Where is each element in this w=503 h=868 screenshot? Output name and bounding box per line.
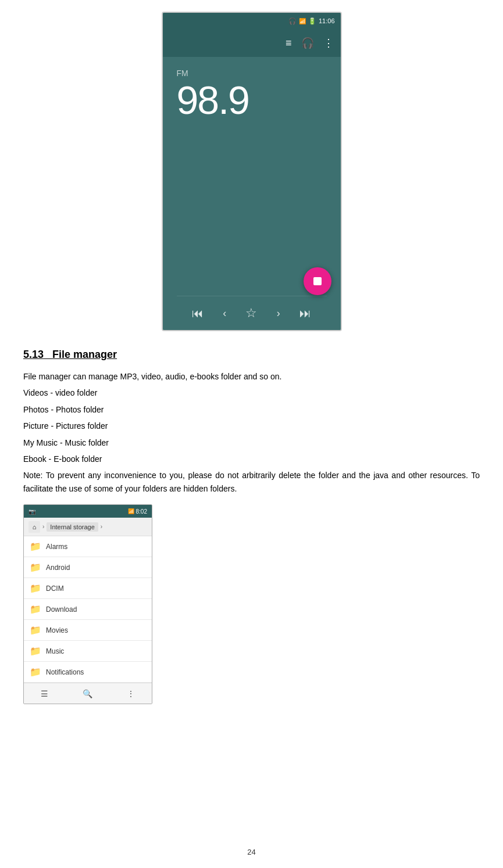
section-heading: 5.13 File manager [23,349,480,361]
folder-item-download[interactable]: 📁 Download [24,599,152,620]
fm-signal-icon: 📶 [128,508,134,514]
folder-name-android: Android [46,564,70,572]
fm-more-icon[interactable]: ⋮ [127,689,135,698]
fm-time: 8:02 [136,508,147,515]
fm-menu-icon[interactable]: ☰ [41,689,48,698]
fm-frequency: 98.9 [177,80,327,120]
item-videos: Videos - video folder [23,386,480,399]
more-icon[interactable]: ⋮ [323,37,334,49]
folder-name-movies: Movies [46,626,68,634]
folder-icon-android: 📁 [30,562,41,573]
phone-status-bar: 🎧 📶 🔋 11:06 [163,13,341,29]
folder-item-music[interactable]: 📁 Music [24,641,152,662]
section-title: File manager [52,349,117,360]
folder-item-alarms[interactable]: 📁 Alarms [24,536,152,557]
folder-name-dcim: DCIM [46,584,64,593]
phone-screen: 🎧 📶 🔋 11:06 ≡ 🎧 ⋮ FM 98.9 ⏮ ‹ [162,12,342,331]
folder-icon-alarms: 📁 [30,541,41,552]
next-track-icon[interactable]: ⏭ [299,307,311,320]
fm-status-bar: 📷 📶 8:02 [24,505,152,518]
breadcrumb-arrow: › [42,523,44,530]
signal-icon: 📶 [299,18,306,24]
fm-status-left: 📷 [28,508,35,515]
folder-item-movies[interactable]: 📁 Movies [24,620,152,641]
fm-screen: 📷 📶 8:02 ⌂ › Internal storage › 📁 [23,504,152,704]
headphone-toolbar-icon[interactable]: 🎧 [301,37,314,49]
folder-name-music: Music [46,647,64,655]
phone-body: FM 98.9 ⏮ ‹ ☆ › ⏭ [163,57,341,330]
fm-label: FM [177,69,327,78]
section-note: Note: To prevent any inconvenience to yo… [23,469,480,495]
folder-icon-movies: 📁 [30,625,41,636]
page-container: 🎧 📶 🔋 11:06 ≡ 🎧 ⋮ FM 98.9 ⏮ ‹ [0,0,503,868]
folder-item-notifications[interactable]: 📁 Notifications [24,662,152,683]
item-photos: Photos - Photos folder [23,403,480,416]
record-button[interactable] [304,267,331,295]
item-music: My Music - Music folder [23,436,480,449]
folder-name-notifications: Notifications [46,668,84,676]
folder-name-alarms: Alarms [46,543,67,551]
playback-controls: ⏮ ‹ ☆ › ⏭ [177,296,327,330]
page-number: 24 [0,848,503,856]
item-ebook: Ebook - E-book folder [23,453,480,465]
battery-icon: 🔋 [308,17,316,25]
record-button-container [304,267,331,295]
prev-track-icon[interactable]: ⏮ [192,307,204,320]
folder-item-android[interactable]: 📁 Android [24,557,152,578]
favorite-icon[interactable]: ☆ [245,306,257,321]
fm-nav-bar: ⌂ › Internal storage › [24,518,152,536]
fm-status-right: 📶 8:02 [128,508,147,515]
folder-name-download: Download [46,605,77,614]
next-station-icon[interactable]: › [277,307,280,320]
fm-bottom-bar: ☰ 🔍 ⋮ [24,683,152,704]
folder-icon-dcim: 📁 [30,583,41,594]
record-square-icon [313,277,322,285]
list-icon[interactable]: ≡ [286,37,292,49]
fm-screenshot-icon: 📷 [28,508,35,515]
section-number: 5.13 [23,349,44,360]
folder-icon-notifications: 📁 [30,666,41,677]
fm-radio-screenshot: 🎧 📶 🔋 11:06 ≡ 🎧 ⋮ FM 98.9 ⏮ ‹ [23,12,480,331]
item-picture: Picture - Pictures folder [23,419,480,432]
section-description: File manager can manage MP3, video, audi… [23,370,480,383]
file-manager-screenshot: 📷 📶 8:02 ⌂ › Internal storage › 📁 [23,504,152,704]
status-time: 11:06 [319,17,335,24]
fm-folder-list: 📁 Alarms 📁 Android 📁 DCIM 📁 Download 📁 [24,536,152,683]
headphone-icon: 🎧 [288,17,297,25]
breadcrumb-arrow-2: › [101,523,102,530]
folder-icon-music: 📁 [30,645,41,657]
breadcrumb-internal-storage[interactable]: Internal storage [47,522,98,532]
fm-search-icon[interactable]: 🔍 [83,689,92,698]
folder-item-dcim[interactable]: 📁 DCIM [24,578,152,599]
home-icon[interactable]: ⌂ [28,521,40,533]
prev-station-icon[interactable]: ‹ [223,307,226,320]
folder-icon-download: 📁 [30,604,41,615]
status-icons: 🎧 📶 🔋 11:06 [288,17,335,25]
phone-toolbar: ≡ 🎧 ⋮ [163,29,341,57]
